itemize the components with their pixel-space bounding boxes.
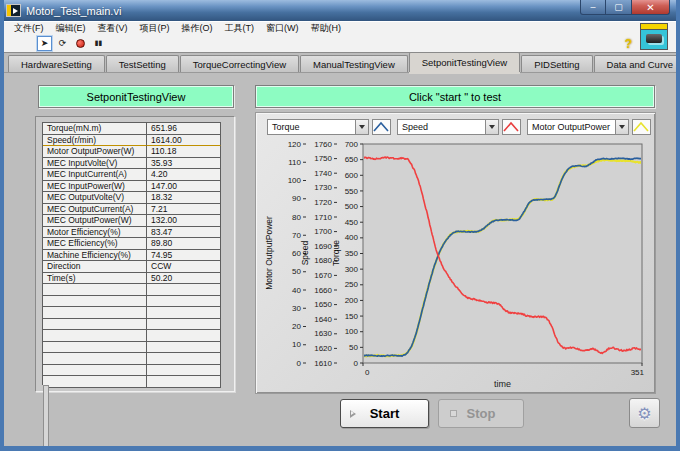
tab-torquecorrectingview[interactable]: TorqueCorrectingView — [180, 55, 299, 72]
row-label: Machine Efficiency(%) — [43, 250, 147, 262]
row-label — [43, 330, 147, 342]
maximize-button[interactable]: ▢ — [606, 0, 632, 15]
tab-testsetting[interactable]: TestSetting — [106, 55, 179, 72]
tab-hardwaresetting[interactable]: HardwareSetting — [8, 55, 105, 72]
row-label: Motor OutputPower(W) — [43, 146, 147, 158]
legend-selector-1[interactable]: Speed — [397, 119, 499, 135]
titlebar: Motor_Test_main.vi – ▢ ✕ — [0, 0, 680, 21]
svg-text:1700: 1700 — [314, 227, 332, 236]
table-row: Torque(mN.m)651.96 — [43, 123, 221, 135]
table-row-empty — [43, 319, 221, 331]
table-scrollbar[interactable] — [43, 385, 49, 451]
run-icon: ➤ — [41, 38, 49, 48]
gear-icon: ⚙ — [637, 404, 651, 423]
menu-item-5[interactable]: 工具(T) — [219, 22, 261, 35]
svg-text:90: 90 — [292, 194, 301, 203]
row-value: 4.20 — [147, 169, 221, 181]
row-value: 110.18 — [147, 146, 221, 158]
start-button[interactable]: Start — [340, 399, 429, 428]
svg-text:110: 110 — [288, 158, 301, 167]
menu-item-6[interactable]: 窗口(W) — [260, 22, 305, 35]
row-value: 1614.00 — [147, 135, 221, 147]
run-continuous-button[interactable]: ⟳ — [55, 36, 70, 51]
table-row-empty — [43, 284, 221, 296]
menu-item-1[interactable]: 编辑(E) — [50, 22, 92, 35]
settings-button[interactable]: ⚙ — [629, 398, 660, 428]
table-row: MEC InputPower(W)147.00 — [43, 181, 221, 193]
menu-item-3[interactable]: 项目(P) — [134, 22, 176, 35]
help-icon[interactable]: ? — [625, 37, 632, 51]
legend-selector-0[interactable]: Torque — [267, 119, 369, 135]
legend-line-sample — [632, 119, 651, 135]
svg-text:700: 700 — [345, 140, 359, 149]
row-value — [147, 342, 221, 354]
chevron-down-icon[interactable] — [485, 119, 499, 135]
window-controls: – ▢ ✕ — [580, 0, 670, 15]
svg-text:30: 30 — [292, 304, 301, 313]
run-button[interactable]: ➤ — [37, 36, 52, 51]
row-label: Direction — [43, 261, 147, 273]
stop-square-icon — [450, 410, 457, 417]
vi-panel-icon[interactable] — [640, 23, 668, 50]
instruction-banner: Click "start " to test — [255, 85, 655, 108]
row-label — [43, 365, 147, 377]
row-value: 651.96 — [147, 123, 221, 135]
row-value: 147.00 — [147, 181, 221, 193]
close-icon: ✕ — [646, 2, 654, 13]
row-label — [43, 296, 147, 308]
row-label: MEC InputCurrent(A) — [43, 169, 147, 181]
minimize-button[interactable]: – — [580, 0, 606, 15]
row-label: MEC OutputCurrent(A) — [43, 204, 147, 216]
tab-data-and-curve[interactable]: Data and Curve — [594, 55, 680, 72]
pause-button[interactable]: ▮▮ — [91, 36, 106, 51]
row-label — [43, 353, 147, 365]
row-value: 83.47 — [147, 227, 221, 239]
table-row-empty — [43, 353, 221, 365]
svg-text:20: 20 — [292, 322, 301, 331]
row-value: 7.21 — [147, 204, 221, 216]
row-value — [147, 365, 221, 377]
svg-text:1610: 1610 — [314, 359, 332, 368]
row-value — [147, 284, 221, 296]
table-row: Speed(r/min)1614.00 — [43, 135, 221, 147]
stop-button[interactable]: Stop — [438, 399, 524, 428]
menu-item-2[interactable]: 查看(V) — [92, 22, 134, 35]
svg-text:650: 650 — [345, 155, 359, 164]
measurements-panel: Torque(mN.m)651.96Speed(r/min)1614.00Mot… — [35, 116, 235, 392]
view-title-banner: SetponitTestingView — [38, 85, 234, 108]
table-row-empty — [43, 342, 221, 354]
svg-text:1630: 1630 — [314, 329, 332, 338]
svg-text:1740: 1740 — [314, 169, 332, 178]
svg-text:300: 300 — [345, 265, 359, 274]
menu-item-4[interactable]: 操作(O) — [176, 22, 219, 35]
tab-manualtestingview[interactable]: ManualTestingView — [300, 55, 408, 72]
tab-pidsetting[interactable]: PIDSetting — [521, 55, 592, 72]
svg-text:80: 80 — [292, 213, 301, 222]
menu-item-7[interactable]: 帮助(H) — [305, 22, 348, 35]
tab-setponittestingview[interactable]: SetponitTestingView — [409, 52, 520, 72]
svg-text:100: 100 — [345, 327, 359, 336]
row-value: 18.32 — [147, 192, 221, 204]
legend-line-sample — [372, 119, 391, 135]
svg-text:1680: 1680 — [314, 256, 332, 265]
vi-icon-stripe — [641, 24, 667, 30]
abort-button[interactable] — [73, 36, 88, 51]
row-value: 50.20 — [147, 273, 221, 285]
menu-item-0[interactable]: 文件(F) — [8, 22, 50, 35]
svg-text:Motor OutputPower: Motor OutputPower — [264, 216, 274, 290]
close-button[interactable]: ✕ — [632, 0, 670, 15]
svg-text:70: 70 — [292, 231, 301, 240]
pause-icon: ▮▮ — [95, 39, 103, 47]
row-label — [43, 376, 147, 388]
legend-selector-label: Speed — [397, 119, 485, 135]
row-value: 35.93 — [147, 158, 221, 170]
legend-selector-2[interactable]: Motor OutputPower — [527, 119, 629, 135]
table-row-empty — [43, 307, 221, 319]
chevron-down-icon[interactable] — [615, 119, 629, 135]
table-row-empty — [43, 376, 221, 388]
svg-text:1750: 1750 — [314, 154, 332, 163]
table-row: MEC InputVolte(V)35.93 — [43, 158, 221, 170]
chevron-down-icon[interactable] — [355, 119, 369, 135]
table-row-empty — [43, 330, 221, 342]
table-row: MEC InputCurrent(A)4.20 — [43, 169, 221, 181]
